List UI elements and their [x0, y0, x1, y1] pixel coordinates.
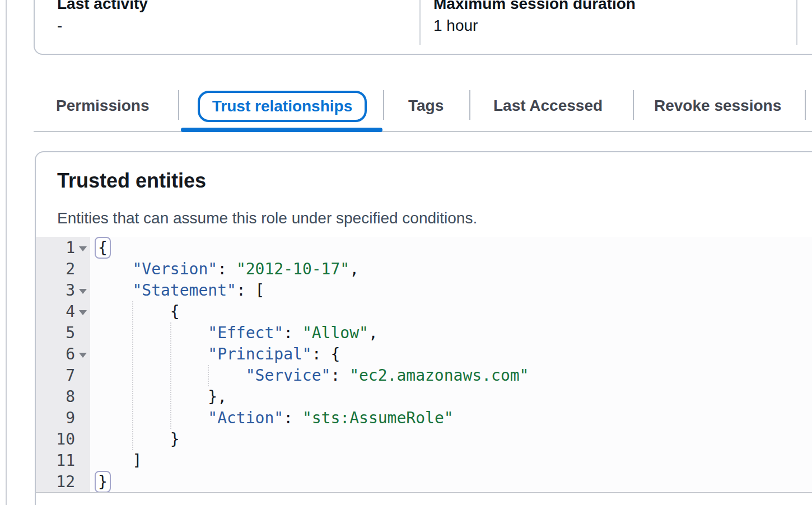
code-line[interactable]: ] — [90, 450, 812, 471]
gutter-row[interactable]: 5 — [36, 322, 90, 344]
code-line[interactable]: "Effect": "Allow", — [90, 322, 812, 344]
fold-toggle-icon[interactable] — [79, 246, 87, 251]
role-summary-card: Last activity - Maximum session duration… — [34, 0, 812, 55]
code-line[interactable]: "Version": "2012-10-17", — [90, 259, 812, 280]
code-token: { — [170, 302, 180, 321]
gutter-row[interactable]: 12 — [36, 471, 90, 493]
gutter-row[interactable]: 9 — [36, 408, 90, 429]
line-number[interactable]: 2 — [36, 259, 75, 280]
code-token — [95, 324, 208, 342]
code-line[interactable]: "Principal": { — [90, 344, 812, 365]
code-token: "Principal" — [208, 345, 311, 363]
code-token — [95, 260, 132, 278]
code-token: : — [217, 260, 236, 278]
line-number[interactable]: 3 — [36, 280, 75, 301]
max-session-duration-label: Maximum session duration — [433, 0, 636, 13]
trusted-entities-description: Entities that can assume this role under… — [57, 207, 477, 230]
code-token: : — [330, 366, 349, 385]
matched-bracket-highlight: { — [95, 237, 111, 259]
active-tab-underline — [181, 128, 382, 132]
code-token — [95, 281, 132, 300]
code-token: "Service" — [246, 366, 331, 385]
gutter-row[interactable]: 6 — [36, 344, 90, 365]
code-token: : { — [312, 345, 340, 363]
tab-divider — [383, 90, 384, 120]
code-token: "Statement" — [132, 281, 236, 300]
fold-toggle-icon[interactable] — [79, 310, 87, 315]
line-number[interactable]: 12 — [36, 471, 75, 493]
editor-code: { "Version": "2012-10-17", "Statement": … — [90, 237, 812, 492]
code-line[interactable]: "Action": "sts:AssumeRole" — [90, 408, 812, 429]
indent-guide — [132, 301, 133, 450]
code-token: "Allow" — [302, 324, 368, 342]
code-line[interactable]: } — [90, 429, 812, 450]
code-line[interactable]: "Statement": [ — [90, 280, 812, 301]
tab-divider — [633, 90, 634, 120]
code-token: } — [170, 430, 180, 448]
code-token — [95, 345, 208, 363]
gutter-row[interactable]: 11 — [36, 450, 90, 471]
code-line[interactable]: { — [90, 301, 812, 322]
summary-column-last-activity: Last activity - — [57, 0, 148, 36]
fold-toggle-icon[interactable] — [79, 353, 87, 358]
line-number[interactable]: 11 — [36, 450, 75, 471]
fold-toggle-icon[interactable] — [79, 289, 87, 294]
indent-guide — [208, 365, 209, 386]
gutter-row[interactable]: 2 — [36, 259, 90, 280]
tab-trust-relationships-label: Trust relationships — [212, 97, 353, 115]
last-activity-label: Last activity — [57, 0, 148, 13]
gutter-row[interactable]: 10 — [36, 429, 90, 450]
max-session-duration-value: 1 hour — [433, 16, 636, 36]
code-token — [95, 409, 208, 427]
gutter-row[interactable]: 1 — [36, 237, 90, 259]
line-number[interactable]: 7 — [36, 365, 75, 386]
code-token — [95, 387, 208, 406]
line-number[interactable]: 6 — [36, 344, 75, 365]
trust-policy-json-editor[interactable]: 123456789101112 { "Version": "2012-10-17… — [36, 237, 812, 493]
line-number[interactable]: 8 — [36, 386, 75, 408]
gutter-row[interactable]: 8 — [36, 386, 90, 408]
indent-guide — [170, 322, 171, 429]
tab-revoke-sessions[interactable]: Revoke sessions — [654, 91, 781, 120]
code-line[interactable]: }, — [90, 386, 812, 408]
tab-divider — [178, 90, 179, 120]
iam-role-details-page: Last activity - Maximum session duration… — [0, 0, 812, 505]
column-divider — [419, 0, 421, 45]
code-line[interactable]: { — [90, 237, 812, 259]
gutter-row[interactable]: 4 — [36, 301, 90, 322]
code-token — [95, 451, 132, 470]
code-token: : — [283, 324, 302, 342]
code-token: ] — [132, 451, 142, 470]
column-divider — [796, 0, 797, 45]
code-token: , — [368, 324, 378, 342]
tab-permissions[interactable]: Permissions — [56, 91, 150, 120]
code-line[interactable]: "Service": "ec2.amazonaws.com" — [90, 365, 812, 386]
line-number[interactable]: 9 — [36, 408, 75, 429]
line-number[interactable]: 4 — [36, 301, 75, 322]
last-activity-value: - — [57, 16, 148, 36]
tab-tags[interactable]: Tags — [408, 91, 444, 120]
code-token: : — [283, 409, 302, 427]
code-token: "Effect" — [208, 324, 283, 342]
code-line[interactable]: } — [90, 471, 812, 493]
trusted-entities-title: Trusted entities — [57, 169, 206, 193]
gutter-row[interactable]: 3 — [36, 280, 90, 301]
code-token: "2012-10-17" — [236, 260, 349, 278]
code-token: "Version" — [132, 260, 217, 278]
line-number[interactable]: 1 — [36, 237, 75, 259]
tab-trust-relationships[interactable]: Trust relationships — [198, 91, 367, 122]
code-token: "Action" — [208, 409, 283, 427]
line-number[interactable]: 10 — [36, 429, 75, 450]
summary-column-max-session: Maximum session duration 1 hour — [433, 0, 636, 36]
tab-divider — [805, 90, 806, 120]
code-token: "ec2.amazonaws.com" — [349, 366, 529, 385]
line-number[interactable]: 5 — [36, 322, 75, 344]
editor-gutter: 123456789101112 — [36, 237, 90, 492]
gutter-row[interactable]: 7 — [36, 365, 90, 386]
tab-last-accessed[interactable]: Last Accessed — [493, 91, 603, 120]
side-panel-edge — [6, 0, 7, 505]
tab-divider — [469, 90, 470, 120]
tabs-bottom-rule — [34, 131, 812, 132]
code-token: : [ — [236, 281, 265, 300]
code-token: "sts:AssumeRole" — [302, 409, 454, 427]
